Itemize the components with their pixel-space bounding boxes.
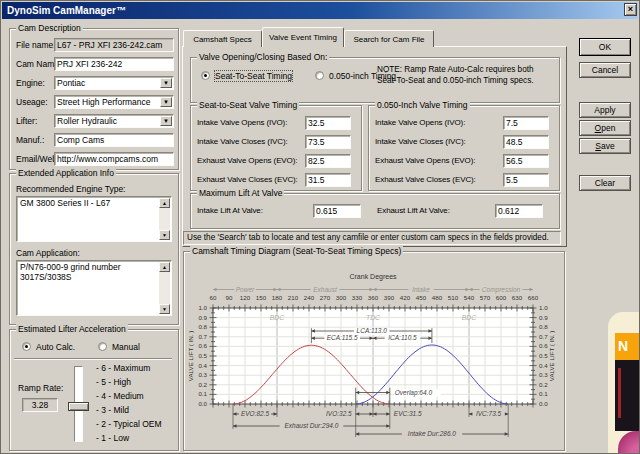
manual-radio[interactable]	[98, 342, 107, 351]
svg-text:IVC:73.5: IVC:73.5	[476, 410, 502, 417]
svg-text:90: 90	[226, 294, 233, 301]
apply-button[interactable]: Apply	[579, 102, 631, 118]
valve-basis-group: Valve Opening/Closing Based On: Seat-To-…	[190, 57, 560, 103]
svg-text:0.0: 0.0	[539, 400, 548, 407]
scroll-up-icon[interactable]: ▲	[159, 198, 170, 208]
tab-valve-event-timing[interactable]: Valve Event Timing	[262, 27, 344, 47]
ad-banner: N	[615, 333, 640, 360]
slider-scale-label: - 5 - High	[96, 377, 131, 387]
scrollbar[interactable]: ▲▼	[159, 262, 170, 314]
scroll-down-icon[interactable]: ▼	[159, 230, 170, 240]
dropdown-arrow-icon[interactable]: ▼	[160, 97, 172, 107]
lifter-select[interactable]: Roller Hydraulic▼	[54, 114, 174, 128]
ok-button[interactable]: OK	[579, 38, 631, 56]
exhaust-lift-field[interactable]: 0.612	[495, 204, 543, 218]
ramp-rate-slider-thumb[interactable]	[68, 402, 89, 411]
evo-050-field[interactable]: 56.5	[503, 154, 549, 168]
svg-text:210: 210	[288, 294, 299, 301]
svg-text:240: 240	[304, 294, 315, 301]
tab-search-for-cam-file[interactable]: Search for Cam File	[344, 30, 434, 47]
svg-text:0.9: 0.9	[198, 314, 207, 321]
useage-select[interactable]: Street High Performance▼	[54, 95, 174, 109]
intake-lift-field[interactable]: 0.615	[313, 204, 361, 218]
recommended-engine-type-value: GM 3800 Series II - L67	[20, 198, 110, 208]
svg-text:180: 180	[272, 294, 283, 301]
manual-label: Manual	[112, 342, 140, 352]
svg-text:570: 570	[480, 294, 491, 301]
tab-camshaft-specs[interactable]: Camshaft Specs	[183, 30, 262, 47]
window-title: DynoSim CamManager™	[7, 5, 126, 16]
svg-text:VALVE LIFT ( IN. ): VALVE LIFT ( IN. )	[548, 331, 555, 382]
dropdown-arrow-icon[interactable]: ▼	[160, 116, 172, 126]
svg-text:120: 120	[240, 294, 251, 301]
evc-050-field[interactable]: 5.5	[503, 173, 549, 187]
svg-text:360: 360	[368, 294, 379, 301]
cancel-button[interactable]: Cancel	[579, 62, 631, 78]
useage-value: Street High Performance	[57, 97, 151, 107]
svg-text:Intake: Intake	[412, 286, 430, 293]
dropdown-arrow-icon[interactable]: ▼	[160, 78, 172, 88]
svg-text:390: 390	[384, 294, 395, 301]
evo-label: Exhaust Valve Opens (EVO):	[375, 156, 475, 165]
save-button[interactable]: Save	[579, 138, 631, 154]
svg-text:0.2: 0.2	[539, 381, 548, 388]
seat-to-seat-radio[interactable]	[201, 71, 210, 80]
email-web-label: Email/Web:	[16, 154, 59, 164]
slider-scale-label: - 3 - Mild	[96, 405, 129, 415]
close-button[interactable]: ×	[624, 3, 637, 16]
status-text: Use the 'Search' tab to locate and test …	[183, 231, 561, 245]
svg-text:0.8: 0.8	[198, 323, 207, 330]
evo-field[interactable]: 82.5	[305, 154, 351, 168]
save-label: Save	[595, 141, 614, 151]
ivo-field[interactable]: 32.5	[305, 116, 351, 130]
useage-label: Useage:	[16, 97, 48, 107]
svg-text:Crank Degrees: Crank Degrees	[349, 273, 397, 281]
manuf-field[interactable]: Comp Cams	[54, 133, 174, 147]
svg-text:0.1: 0.1	[539, 390, 548, 397]
svg-text:VALVE LIFT ( IN. ): VALVE LIFT ( IN. )	[187, 331, 194, 382]
cam-application-textarea[interactable]: P/N76-000-9 grind number 3017S/3038S ▲▼	[16, 260, 172, 316]
open-button[interactable]: Open	[579, 120, 631, 136]
svg-text:630: 630	[512, 294, 523, 301]
ivc-050-field[interactable]: 48.5	[503, 135, 549, 149]
ivo-050-field[interactable]: 7.5	[503, 116, 549, 130]
cam-description-group: Cam Description File name: L67 - PRJ XFI…	[9, 28, 179, 170]
svg-text:Compression: Compression	[482, 286, 521, 294]
svg-text:0.4: 0.4	[198, 362, 207, 369]
lifter-value: Roller Hydraulic	[57, 116, 117, 126]
ivc-label: Intake Valve Closes (IVC):	[375, 137, 466, 146]
cam-application-value: P/N76-000-9 grind number 3017S/3038S	[20, 262, 121, 282]
recommended-engine-type-textarea[interactable]: GM 3800 Series II - L67 ▲▼	[16, 196, 172, 242]
auto-calc-radio[interactable]	[22, 342, 31, 351]
svg-text:Exhaust Dur:294.0: Exhaust Dur:294.0	[284, 422, 338, 429]
svg-text:BDC: BDC	[270, 314, 284, 321]
seat-to-seat-label: Seat-To-Seat Timing	[215, 71, 292, 81]
extended-application-info-group: Extended Application Info Recommended En…	[9, 173, 179, 325]
svg-text:450: 450	[416, 294, 427, 301]
ad-accent	[618, 368, 621, 418]
scroll-down-icon[interactable]: ▼	[159, 304, 170, 314]
svg-text:LCA:113.0: LCA:113.0	[357, 327, 388, 334]
group-title: Maximum Lift At Valve	[197, 188, 284, 198]
evc-label: Exhaust Valve Closes (EVC):	[375, 175, 476, 184]
camshaft-timing-diagram: 0.00.00.10.10.20.20.30.30.40.40.50.50.60…	[186, 260, 560, 446]
cam-name-field[interactable]: PRJ XFI 236-242	[54, 57, 174, 71]
evc-field[interactable]: 31.5	[305, 173, 351, 187]
ivc-field[interactable]: 73.5	[305, 135, 351, 149]
apply-label: Apply	[594, 105, 615, 115]
inch-timing-radio[interactable]	[315, 71, 324, 80]
svg-text:510: 510	[448, 294, 459, 301]
svg-text:0.7: 0.7	[198, 333, 207, 340]
scroll-up-icon[interactable]: ▲	[159, 262, 170, 272]
svg-text:ICA:110.5: ICA:110.5	[388, 334, 417, 341]
engine-select[interactable]: Pontiac▼	[54, 76, 174, 90]
svg-text:0.9: 0.9	[539, 314, 548, 321]
titlebar[interactable]: DynoSim CamManager™	[2, 2, 638, 19]
email-web-field[interactable]: http://www.compcams.com	[54, 152, 174, 166]
clear-button[interactable]: Clear	[579, 175, 631, 191]
scrollbar[interactable]: ▲▼	[159, 198, 170, 240]
svg-text:0.3: 0.3	[198, 371, 207, 378]
exhaust-lift-label: Exhaust Lift At Valve:	[377, 206, 450, 215]
seat-to-seat-timing-group: Seat-to-Seat Valve Timing Intake Valve O…	[190, 105, 362, 191]
svg-text:300: 300	[336, 294, 347, 301]
